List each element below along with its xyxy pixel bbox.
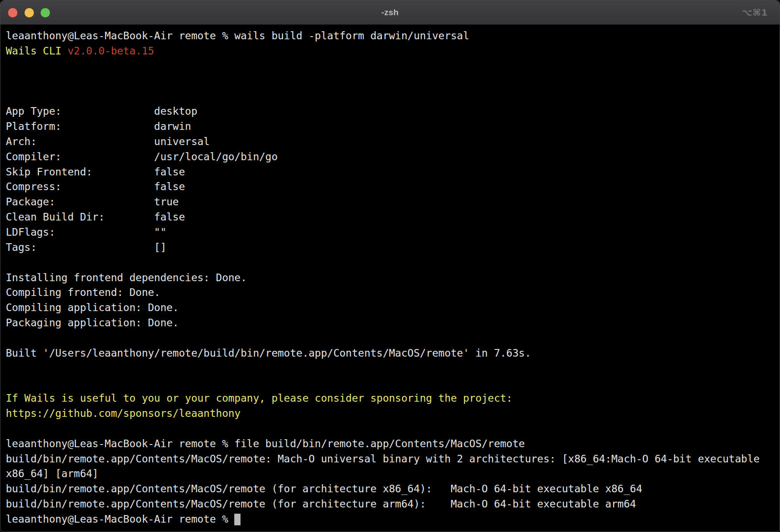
terminal-line: App Type: desktop [6, 104, 780, 119]
background-window-artifact: FE AVEVEAAGEVVAEET E [192, 528, 442, 531]
terminal-line [6, 361, 780, 376]
terminal-line: build/bin/remote.app/Contents/MacOS/remo… [6, 497, 780, 512]
terminal-text-segment: leaanthony@Leas-MacBook-Air remote % fil… [6, 438, 525, 449]
terminal-line [6, 255, 780, 270]
terminal-line: Compiling frontend: Done. [6, 285, 780, 300]
terminal-cursor [234, 514, 241, 525]
window-titlebar[interactable]: -zsh ⌥⌘1 [0, 0, 780, 25]
minimize-button[interactable] [25, 8, 34, 17]
terminal-text-segment: Arch: universal [6, 136, 210, 147]
terminal-line: Compress: false [6, 179, 780, 195]
terminal-text-segment: build/bin/remote.app/Contents/MacOS/remo… [6, 483, 642, 495]
terminal-line: leaanthony@Leas-MacBook-Air remote % fil… [6, 436, 780, 452]
terminal-text-segment: Compiler: /usr/local/go/bin/go [6, 151, 278, 162]
close-button[interactable] [8, 8, 17, 17]
terminal-line: Skip Frontend: false [6, 165, 780, 180]
terminal-text-segment: https://github.com/sponsors/leaanthony [6, 407, 241, 419]
terminal-line [6, 421, 780, 436]
terminal-line: x86_64] [arm64] [6, 466, 780, 482]
terminal-text-segment: LDFlags: "" [6, 226, 166, 238]
terminal-line [6, 89, 780, 104]
terminal-text-segment: Compress: false [6, 181, 185, 192]
terminal-text-segment: build/bin/remote.app/Contents/MacOS/remo… [6, 498, 636, 510]
terminal-text-segment: leaanthony@Leas-MacBook-Air remote % wai… [6, 30, 469, 42]
terminal-window: -zsh ⌥⌘1 leaanthony@Leas-MacBook-Air rem… [0, 0, 780, 532]
terminal-line [6, 74, 780, 89]
window-title: -zsh [382, 8, 399, 17]
terminal-line: Compiling application: Done. [6, 300, 780, 316]
terminal-line [6, 331, 780, 346]
terminal-line: Built '/Users/leaanthony/remote/build/bi… [6, 346, 780, 361]
terminal-line [6, 376, 780, 391]
terminal-text-segment: If Wails is useful to you or your compan… [6, 392, 512, 404]
terminal-text-segment: Wails CLI [6, 45, 67, 57]
terminal-line: Installing frontend dependencies: Done. [6, 270, 780, 286]
terminal-text-segment: leaanthony@Leas-MacBook-Air remote % [6, 513, 234, 525]
terminal-text-segment: Installing frontend dependencies: Done. [6, 272, 247, 283]
terminal-output[interactable]: leaanthony@Leas-MacBook-Air remote % wai… [0, 25, 780, 527]
terminal-line: leaanthony@Leas-MacBook-Air remote % [6, 512, 780, 527]
terminal-text-segment: Platform: darwin [6, 121, 191, 132]
terminal-text-segment: Tags: [] [6, 241, 166, 253]
terminal-text-segment: build/bin/remote.app/Contents/MacOS/remo… [6, 453, 759, 465]
zoom-button[interactable] [41, 8, 50, 17]
window-shortcut-badge: ⌥⌘1 [742, 7, 768, 18]
terminal-line: Packaging application: Done. [6, 316, 780, 331]
terminal-line: build/bin/remote.app/Contents/MacOS/remo… [6, 452, 780, 467]
terminal-line: Compiler: /usr/local/go/bin/go [6, 150, 780, 165]
terminal-line: https://github.com/sponsors/leaanthony [6, 406, 780, 421]
terminal-line: LDFlags: "" [6, 225, 780, 240]
terminal-line: build/bin/remote.app/Contents/MacOS/remo… [6, 482, 780, 497]
terminal-text-segment: v2.0.0-beta.15 [67, 45, 154, 57]
terminal-text-segment: Clean Build Dir: false [6, 211, 185, 223]
terminal-text-segment: Skip Frontend: false [6, 166, 185, 178]
terminal-line: Tags: [] [6, 240, 780, 255]
terminal-line: Clean Build Dir: false [6, 210, 780, 225]
terminal-line: Package: true [6, 195, 780, 210]
terminal-text-segment: x86_64] [arm64] [6, 468, 99, 479]
terminal-text-segment: Compiling frontend: Done. [6, 287, 160, 298]
terminal-line: leaanthony@Leas-MacBook-Air remote % wai… [6, 29, 780, 44]
terminal-text-segment: Package: true [6, 196, 179, 208]
terminal-line: Platform: darwin [6, 119, 780, 134]
terminal-text-segment: Built '/Users/leaanthony/remote/build/bi… [6, 347, 531, 359]
terminal-line: If Wails is useful to you or your compan… [6, 391, 780, 406]
traffic-lights [8, 8, 50, 17]
terminal-line: Wails CLI v2.0.0-beta.15 [6, 44, 780, 59]
terminal-text-segment: App Type: desktop [6, 105, 197, 117]
terminal-text-segment: Compiling application: Done. [6, 302, 179, 313]
terminal-line: Arch: universal [6, 134, 780, 150]
terminal-text-segment: Packaging application: Done. [6, 317, 179, 328]
terminal-line [6, 59, 780, 74]
